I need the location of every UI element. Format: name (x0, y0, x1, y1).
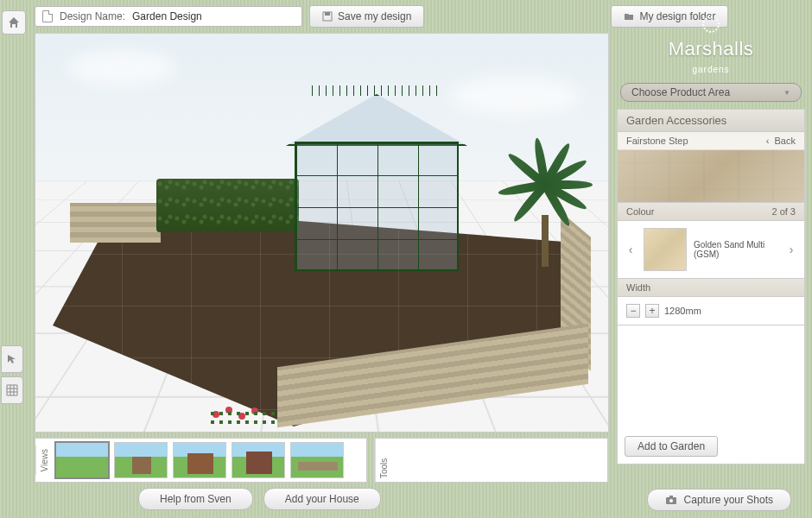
design-name-field[interactable]: Design Name: Garden Design (35, 6, 302, 27)
category-header: Garden Accessories (618, 110, 804, 132)
add-to-garden-button[interactable]: Add to Garden (625, 436, 718, 457)
design-name-value: Garden Design (132, 10, 202, 22)
design-name-label: Design Name: (60, 10, 125, 22)
flowers (208, 402, 277, 428)
greenhouse (277, 77, 476, 271)
stone-wall (96, 203, 161, 243)
view-thumb-2[interactable] (114, 442, 168, 478)
palm-tree (493, 146, 597, 267)
product-area-dropdown[interactable]: Choose Product Area (620, 83, 802, 102)
document-icon (42, 10, 53, 22)
width-increase-button[interactable]: + (645, 304, 659, 318)
view-thumb-3[interactable] (173, 442, 226, 478)
colour-header: Colour 2 of 3 (618, 202, 804, 221)
3d-viewport[interactable] (35, 33, 609, 433)
help-button[interactable]: Help from Sven (138, 488, 253, 510)
cursor-icon (6, 353, 18, 365)
right-panel: Marshalls gardens Choose Product Area Ga… (617, 5, 805, 464)
colour-prev-button[interactable]: ‹ (625, 237, 637, 262)
add-house-button[interactable]: Add your House (263, 488, 381, 510)
home-button[interactable] (2, 10, 26, 35)
views-panel: Views (35, 438, 367, 483)
view-thumb-1[interactable] (55, 442, 109, 478)
brand-icon (702, 16, 720, 33)
colour-swatch (644, 228, 687, 271)
views-label: Views (35, 445, 53, 476)
width-value: 1280mm (664, 306, 701, 316)
svg-rect-3 (669, 496, 673, 498)
move-tool-tab[interactable] (1, 345, 23, 373)
colour-next-button[interactable]: › (785, 237, 797, 262)
back-button[interactable]: ‹ Back (766, 136, 796, 146)
product-image (618, 150, 804, 202)
brand-logo: Marshalls gardens (617, 5, 805, 83)
width-header: Width (618, 278, 804, 297)
home-icon (7, 16, 21, 29)
tools-panel: Tools (374, 438, 608, 483)
tools-label: Tools (375, 439, 392, 482)
colour-name: Golden Sand Multi (GSM) (694, 240, 778, 259)
grid-icon (6, 384, 18, 396)
grid-tool-tab[interactable] (1, 376, 23, 404)
width-decrease-button[interactable]: − (626, 304, 640, 318)
save-design-button[interactable]: Save my design (309, 5, 424, 28)
view-thumb-4[interactable] (232, 442, 285, 478)
save-icon (322, 11, 333, 22)
view-thumb-5[interactable] (290, 442, 344, 478)
capture-shots-button[interactable]: Capture your Shots (647, 489, 791, 511)
product-header: Fairstone Step ‹ Back (618, 132, 804, 150)
camera-icon (665, 495, 677, 505)
svg-rect-1 (325, 12, 330, 16)
svg-point-4 (669, 499, 673, 502)
